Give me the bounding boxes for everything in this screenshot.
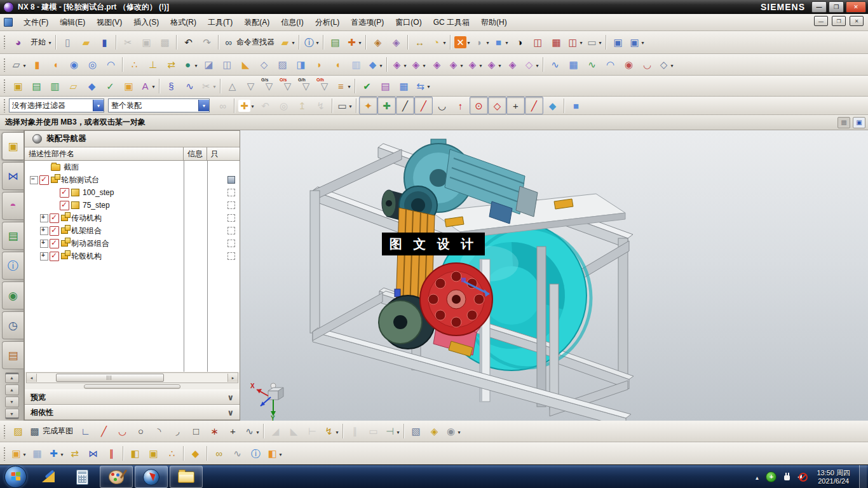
sm-copy-face-button[interactable]: ◈ — [446, 56, 465, 74]
child-restore-button[interactable] — [832, 16, 846, 26]
tree-item-brake-assembly[interactable]: 制动器组合 — [25, 237, 240, 250]
close-button[interactable] — [846, 1, 866, 13]
menu-insert[interactable]: 插入(S) — [128, 15, 165, 30]
polyhedron-button[interactable]: ◆ — [365, 56, 384, 74]
annotation-button[interactable]: ▱ — [64, 77, 83, 95]
taskbar-explorer-app[interactable] — [170, 466, 203, 488]
render-style-button[interactable]: ◑ — [510, 33, 529, 51]
boss-button[interactable]: ◎ — [83, 56, 102, 74]
tree-checkbox[interactable] — [50, 252, 59, 261]
tree-item-hub-mechanism[interactable]: 轮毂机构 — [25, 250, 240, 262]
hscroll-left-arrow[interactable] — [27, 374, 37, 382]
restore-button[interactable] — [829, 1, 844, 13]
measure-distance-button[interactable]: ↔ — [410, 33, 429, 51]
undo-selection-button[interactable]: ↶ — [256, 97, 275, 114]
menu-view[interactable]: 视图(V) — [91, 15, 128, 30]
tree-checkbox[interactable] — [60, 188, 69, 198]
select-drag-button[interactable]: ↯ — [311, 97, 330, 114]
recent-files-button[interactable]: ▰ — [278, 33, 297, 51]
menu-assemblies[interactable]: 装配(A) — [238, 15, 275, 30]
finish-sketch-button[interactable]: ▩ 完成草图 — [27, 423, 76, 440]
weld-oh-button[interactable]: O/h ▽ — [315, 77, 334, 95]
save-button[interactable]: ▮ — [95, 33, 114, 51]
trim-body-button[interactable]: ◪ — [200, 56, 218, 74]
measure-angle-button[interactable]: ◔ — [429, 33, 448, 51]
inferred-dimensions-button[interactable]: ◉ — [444, 423, 463, 440]
revolve-button[interactable]: ◖ — [46, 56, 65, 74]
filter-find-button[interactable]: ∞ — [214, 97, 232, 114]
resource-scroll-top[interactable]: ▲ — [5, 372, 19, 383]
background-color-button[interactable]: ▭ — [585, 33, 604, 51]
shaded-display-button[interactable]: ■ — [491, 33, 510, 51]
sm-shell-button[interactable]: ◈ — [465, 56, 484, 74]
bridge-surface-button[interactable]: ◡ — [638, 56, 656, 74]
deselect-all-button[interactable]: ◎ — [275, 97, 293, 114]
navigator-hscrollbar[interactable] — [26, 372, 238, 383]
quick-trim-button[interactable]: ◢ — [266, 423, 285, 440]
taskbar-clock[interactable]: 13:50 周四 2021/6/24 — [817, 469, 850, 485]
toolbar-grip[interactable] — [3, 447, 6, 461]
suppress-component-button[interactable]: ▣ — [144, 445, 163, 463]
tree-expand-toggle[interactable] — [40, 227, 48, 235]
show-dof-button[interactable]: ∥ — [102, 445, 121, 463]
selection-scope-dropdown-button[interactable] — [198, 100, 209, 111]
toolbar-grip[interactable] — [3, 58, 6, 72]
find-component-button[interactable]: ▣ — [9, 445, 28, 463]
line-button[interactable]: ╱ — [95, 423, 113, 440]
start-button[interactable] — [4, 466, 27, 488]
tree-expand-toggle[interactable] — [30, 176, 38, 184]
selection-filter-combo[interactable]: 没有选择过滤器 — [9, 98, 104, 112]
dependencies-panel-header[interactable]: 相依性 — [25, 405, 240, 420]
weld-os-button[interactable]: O/s ▽ — [278, 77, 297, 95]
menu-information[interactable]: 信息(I) — [275, 15, 309, 30]
tab-constraint-navigator[interactable]: ⋈ — [2, 162, 24, 190]
snap-point-on-curve-toggle[interactable]: ╱ — [525, 97, 543, 114]
mirror-assembly-button[interactable]: ◧ — [126, 445, 144, 463]
weld-point-button[interactable]: △ — [223, 77, 241, 95]
tree-checkbox[interactable] — [50, 214, 59, 223]
flange-button[interactable]: ◗ — [310, 56, 329, 74]
toolbar-grip[interactable] — [3, 35, 6, 49]
volume-muted-icon[interactable] — [797, 473, 808, 482]
sm-pattern-face-button[interactable]: ◈ — [503, 56, 522, 74]
clamp-check-button[interactable]: ✓ — [101, 77, 119, 95]
unite-button[interactable]: ● — [180, 56, 200, 74]
role-button[interactable]: ◈ — [387, 33, 405, 51]
hd3d-check-button[interactable]: ▤ — [376, 77, 395, 95]
show-constraints-button[interactable]: ⊣ — [383, 423, 402, 440]
marquee-select-button[interactable]: ▭ — [335, 97, 354, 114]
menu-gc-toolbox[interactable]: GC 工具箱 — [428, 15, 475, 30]
dialog-rail-icon[interactable] — [837, 117, 850, 128]
studio-surface-button[interactable]: ∿ — [583, 56, 601, 74]
view-in-layer-button[interactable]: ▥ — [46, 77, 64, 95]
command-finder-button[interactable]: ∞ 命令查找器 — [221, 33, 278, 51]
split-body-button[interactable]: ◫ — [218, 56, 236, 74]
spring-design-button[interactable]: § — [162, 77, 180, 95]
sketch-env-button[interactable]: ▨ — [9, 423, 27, 440]
close-window-button[interactable]: ✕ — [453, 33, 472, 51]
move-object-button[interactable]: ⇄ — [162, 56, 180, 74]
column-header-part-name[interactable]: 描述性部件名 — [25, 147, 184, 160]
snap-intersection-toggle[interactable]: + — [506, 97, 525, 114]
tree-item-drive-mechanism[interactable]: 传动机构 — [25, 212, 240, 224]
wcs-dynamics-button[interactable]: ✚ — [344, 33, 363, 51]
sm-delete-face-button[interactable]: ◈ — [428, 56, 446, 74]
toolbar-grip[interactable] — [3, 79, 6, 93]
redo-button[interactable]: ↷ — [198, 33, 216, 51]
tab-hd3d-tools[interactable]: ⓘ — [2, 252, 24, 280]
through-curves-button[interactable]: ∿ — [546, 56, 564, 74]
tab-system-materials[interactable]: ▤ — [2, 341, 24, 369]
hscroll-thumb[interactable] — [56, 374, 164, 382]
snap-spike-toggle[interactable]: ↑ — [451, 97, 470, 114]
requirement-verify-button[interactable]: ✔ — [358, 77, 376, 95]
studio-spline-button[interactable]: ∿ — [242, 423, 261, 440]
snap-face-toggle[interactable]: ◆ — [543, 97, 562, 114]
taskbar-nx-app[interactable] — [135, 466, 168, 488]
taskbar-paint-app[interactable] — [100, 466, 133, 488]
tree-item-frame-assembly[interactable]: 机架组合 — [25, 224, 240, 237]
tab-assembly-navigator[interactable]: ▣ — [2, 132, 24, 160]
cut-button[interactable]: ✂ — [119, 33, 137, 51]
minimize-button[interactable] — [811, 1, 827, 13]
resource-scroll-up[interactable]: ▲ — [5, 384, 19, 395]
offset-face-button[interactable]: ◨ — [292, 56, 310, 74]
